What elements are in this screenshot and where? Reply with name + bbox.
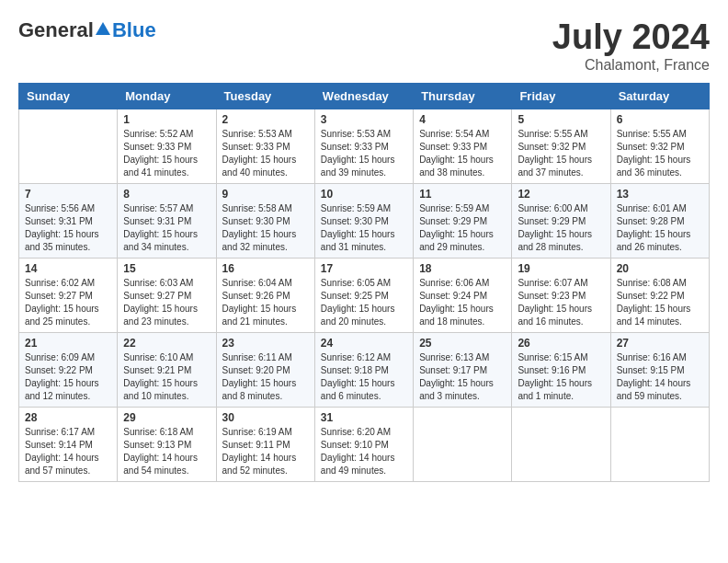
- calendar-cell: 27Sunrise: 6:16 AMSunset: 9:15 PMDayligh…: [610, 332, 709, 407]
- day-header: Thursday: [414, 83, 512, 109]
- calendar-cell: 12Sunrise: 6:00 AMSunset: 9:29 PMDayligh…: [512, 183, 610, 258]
- calendar-cell: 20Sunrise: 6:08 AMSunset: 9:22 PMDayligh…: [610, 258, 709, 332]
- sunset-text: Sunset: 9:27 PM: [25, 290, 111, 303]
- daylight-text: Daylight: 15 hours and 29 minutes.: [419, 228, 506, 254]
- sunset-text: Sunset: 9:33 PM: [419, 141, 506, 154]
- sunset-text: Sunset: 9:17 PM: [419, 364, 506, 377]
- sunset-text: Sunset: 9:32 PM: [518, 141, 604, 154]
- daylight-text: Daylight: 15 hours and 25 minutes.: [25, 303, 111, 328]
- calendar-week-row: 21Sunrise: 6:09 AMSunset: 9:22 PMDayligh…: [19, 332, 710, 407]
- day-number: 11: [419, 188, 506, 201]
- day-number: 31: [321, 411, 407, 424]
- sunset-text: Sunset: 9:31 PM: [25, 215, 111, 228]
- day-number: 6: [617, 113, 703, 126]
- sunrise-text: Sunrise: 6:06 AM: [419, 277, 506, 290]
- day-number: 18: [419, 262, 506, 275]
- calendar-cell: 4Sunrise: 5:54 AMSunset: 9:33 PMDaylight…: [414, 109, 512, 183]
- daylight-text: Daylight: 15 hours and 41 minutes.: [123, 154, 210, 179]
- sunset-text: Sunset: 9:21 PM: [123, 364, 210, 377]
- calendar-cell: 26Sunrise: 6:15 AMSunset: 9:16 PMDayligh…: [512, 332, 610, 407]
- calendar-cell: 15Sunrise: 6:03 AMSunset: 9:27 PMDayligh…: [118, 258, 216, 332]
- calendar-cell: 3Sunrise: 5:53 AMSunset: 9:33 PMDaylight…: [314, 109, 413, 183]
- day-number: 25: [419, 337, 506, 350]
- sunset-text: Sunset: 9:33 PM: [222, 141, 309, 154]
- sunset-text: Sunset: 9:33 PM: [123, 141, 210, 154]
- sunrise-text: Sunrise: 6:09 AM: [25, 351, 111, 364]
- sunset-text: Sunset: 9:27 PM: [123, 290, 210, 303]
- cell-content: Sunrise: 6:03 AMSunset: 9:27 PMDaylight:…: [123, 277, 210, 328]
- calendar-cell: 18Sunrise: 6:06 AMSunset: 9:24 PMDayligh…: [414, 258, 512, 332]
- cell-content: Sunrise: 5:58 AMSunset: 9:30 PMDaylight:…: [222, 202, 309, 254]
- sunrise-text: Sunrise: 6:15 AM: [518, 351, 604, 364]
- calendar-week-row: 1Sunrise: 5:52 AMSunset: 9:33 PMDaylight…: [19, 109, 710, 183]
- daylight-text: Daylight: 15 hours and 39 minutes.: [321, 154, 407, 179]
- calendar-cell: 30Sunrise: 6:19 AMSunset: 9:11 PMDayligh…: [216, 407, 314, 481]
- cell-content: Sunrise: 6:19 AMSunset: 9:11 PMDaylight:…: [222, 426, 309, 477]
- cell-content: Sunrise: 5:55 AMSunset: 9:32 PMDaylight:…: [617, 128, 703, 179]
- day-number: 1: [123, 113, 210, 126]
- sunset-text: Sunset: 9:11 PM: [222, 439, 309, 452]
- calendar-cell: 31Sunrise: 6:20 AMSunset: 9:10 PMDayligh…: [314, 407, 413, 481]
- month-title: July 2024: [552, 18, 710, 57]
- cell-content: Sunrise: 6:16 AMSunset: 9:15 PMDaylight:…: [617, 351, 703, 403]
- daylight-text: Daylight: 15 hours and 20 minutes.: [321, 303, 407, 328]
- sunset-text: Sunset: 9:18 PM: [321, 364, 407, 377]
- day-number: 5: [518, 113, 604, 126]
- sunrise-text: Sunrise: 5:56 AM: [25, 202, 111, 215]
- cell-content: Sunrise: 6:20 AMSunset: 9:10 PMDaylight:…: [321, 426, 407, 477]
- sunrise-text: Sunrise: 6:20 AM: [321, 426, 407, 439]
- daylight-text: Daylight: 15 hours and 38 minutes.: [419, 154, 506, 179]
- daylight-text: Daylight: 15 hours and 35 minutes.: [25, 228, 111, 254]
- sunrise-text: Sunrise: 5:58 AM: [222, 202, 309, 215]
- sunset-text: Sunset: 9:29 PM: [419, 215, 506, 228]
- calendar-cell: 11Sunrise: 5:59 AMSunset: 9:29 PMDayligh…: [414, 183, 512, 258]
- calendar-cell: [512, 407, 610, 481]
- sunrise-text: Sunrise: 5:57 AM: [123, 202, 210, 215]
- daylight-text: Daylight: 14 hours and 59 minutes.: [617, 377, 703, 403]
- daylight-text: Daylight: 15 hours and 10 minutes.: [123, 377, 210, 403]
- cell-content: Sunrise: 6:02 AMSunset: 9:27 PMDaylight:…: [25, 277, 111, 328]
- cell-content: Sunrise: 6:13 AMSunset: 9:17 PMDaylight:…: [419, 351, 506, 403]
- day-number: 26: [518, 337, 604, 350]
- calendar-cell: 8Sunrise: 5:57 AMSunset: 9:31 PMDaylight…: [118, 183, 216, 258]
- cell-content: Sunrise: 6:17 AMSunset: 9:14 PMDaylight:…: [25, 426, 111, 477]
- sunrise-text: Sunrise: 5:59 AM: [419, 202, 506, 215]
- calendar-cell: 16Sunrise: 6:04 AMSunset: 9:26 PMDayligh…: [216, 258, 314, 332]
- svg-marker-0: [96, 22, 110, 35]
- cell-content: Sunrise: 6:06 AMSunset: 9:24 PMDaylight:…: [419, 277, 506, 328]
- day-number: 24: [321, 337, 407, 350]
- cell-content: Sunrise: 5:53 AMSunset: 9:33 PMDaylight:…: [222, 128, 309, 179]
- daylight-text: Daylight: 15 hours and 32 minutes.: [222, 228, 309, 254]
- logo: General Blue: [18, 18, 156, 42]
- daylight-text: Daylight: 15 hours and 34 minutes.: [123, 228, 210, 254]
- sunrise-text: Sunrise: 6:00 AM: [518, 202, 604, 215]
- sunrise-text: Sunrise: 6:04 AM: [222, 277, 309, 290]
- day-number: 4: [419, 113, 506, 126]
- cell-content: Sunrise: 5:52 AMSunset: 9:33 PMDaylight:…: [123, 128, 210, 179]
- cell-content: Sunrise: 6:15 AMSunset: 9:16 PMDaylight:…: [518, 351, 604, 403]
- sunset-text: Sunset: 9:23 PM: [518, 290, 604, 303]
- daylight-text: Daylight: 15 hours and 14 minutes.: [617, 303, 703, 328]
- daylight-text: Daylight: 15 hours and 21 minutes.: [222, 303, 309, 328]
- calendar-cell: 23Sunrise: 6:11 AMSunset: 9:20 PMDayligh…: [216, 332, 314, 407]
- day-number: 15: [123, 262, 210, 275]
- calendar-cell: 22Sunrise: 6:10 AMSunset: 9:21 PMDayligh…: [118, 332, 216, 407]
- sunset-text: Sunset: 9:22 PM: [617, 290, 703, 303]
- sunset-text: Sunset: 9:16 PM: [518, 364, 604, 377]
- calendar-cell: 17Sunrise: 6:05 AMSunset: 9:25 PMDayligh…: [314, 258, 413, 332]
- sunrise-text: Sunrise: 6:19 AM: [222, 426, 309, 439]
- day-header: Sunday: [19, 83, 118, 109]
- daylight-text: Daylight: 14 hours and 49 minutes.: [321, 452, 407, 477]
- sunset-text: Sunset: 9:15 PM: [617, 364, 703, 377]
- day-header: Monday: [118, 83, 216, 109]
- sunrise-text: Sunrise: 6:05 AM: [321, 277, 407, 290]
- calendar-cell: [19, 109, 118, 183]
- calendar-cell: 24Sunrise: 6:12 AMSunset: 9:18 PMDayligh…: [314, 332, 413, 407]
- cell-content: Sunrise: 5:57 AMSunset: 9:31 PMDaylight:…: [123, 202, 210, 254]
- sunrise-text: Sunrise: 5:53 AM: [321, 128, 407, 141]
- day-number: 12: [518, 188, 604, 201]
- day-number: 2: [222, 113, 309, 126]
- day-number: 7: [25, 188, 111, 201]
- cell-content: Sunrise: 6:11 AMSunset: 9:20 PMDaylight:…: [222, 351, 309, 403]
- logo-general-text: General: [18, 18, 94, 42]
